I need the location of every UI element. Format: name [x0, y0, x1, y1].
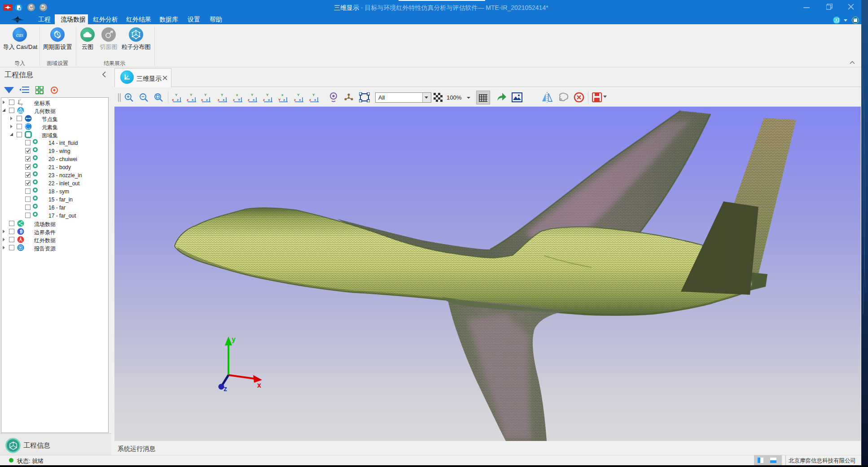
svg-text:Y: Y	[312, 93, 315, 97]
svg-text:Y: Y	[297, 93, 300, 97]
svg-text:z: z	[283, 98, 285, 102]
svg-text:x: x	[253, 98, 255, 102]
svg-text:z: z	[233, 98, 235, 102]
svg-text:z: z	[206, 98, 208, 102]
svg-text:x: x	[268, 98, 270, 102]
svg-text:Y: Y	[204, 93, 207, 97]
svg-text:x: x	[281, 93, 284, 97]
svg-text:x: x	[314, 98, 316, 102]
svg-text:z: z	[309, 98, 311, 102]
svg-text:Y: Y	[190, 93, 193, 97]
svg-text:Y: Y	[19, 99, 21, 101]
svg-text:x: x	[257, 381, 261, 389]
svg-text:z: z	[218, 98, 219, 102]
svg-text:y: y	[232, 336, 236, 343]
svg-text:x: x	[172, 98, 174, 102]
svg-text:z: z	[224, 385, 227, 393]
svg-text:Y: Y	[278, 98, 281, 102]
svg-text:Y: Y	[251, 93, 254, 97]
svg-text:Y: Y	[266, 93, 269, 97]
svg-text:z: z	[177, 98, 179, 102]
svg-text:Y: Y	[175, 93, 178, 97]
svg-text:z: z	[187, 98, 189, 102]
svg-text:Y: Y	[238, 98, 241, 102]
svg-text:x: x	[223, 98, 225, 102]
svg-text:z: z	[248, 98, 250, 102]
svg-text:z: z	[263, 98, 265, 102]
svg-text:x: x	[236, 93, 238, 97]
svg-text:x: x	[201, 98, 203, 102]
svg-text:x: x	[299, 98, 301, 102]
svg-text:x: x	[192, 98, 194, 102]
svg-text:Y: Y	[221, 93, 224, 97]
svg-text:z: z	[294, 98, 296, 102]
